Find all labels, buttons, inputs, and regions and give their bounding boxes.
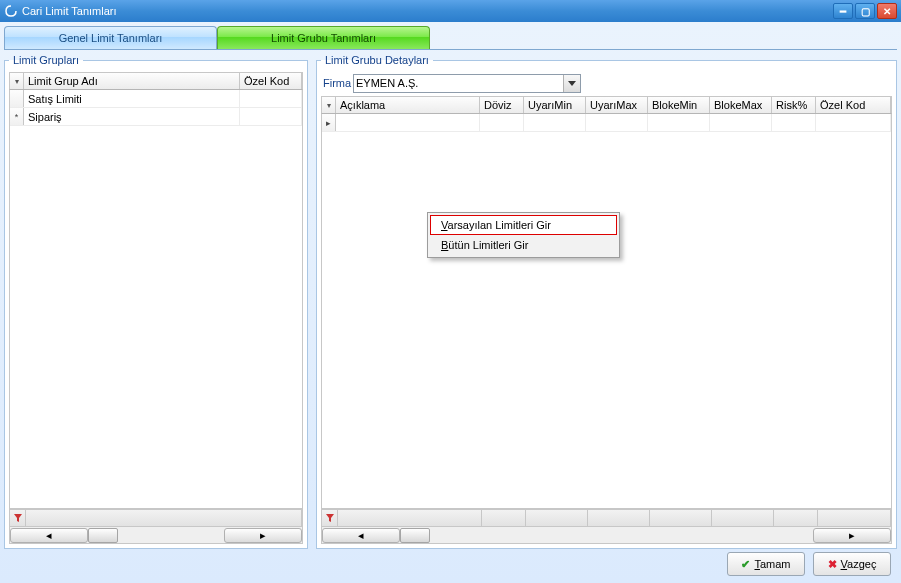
left-grid-body[interactable]: Satış Limiti * Sipariş <box>9 90 303 509</box>
firm-value: EYMEN A.Ş. <box>356 77 418 89</box>
status-cell <box>774 510 818 526</box>
window-title: Cari Limit Tanımları <box>22 5 833 17</box>
table-row[interactable]: * Sipariş <box>10 108 302 126</box>
status-cell <box>650 510 712 526</box>
status-cell <box>712 510 774 526</box>
left-status-strip <box>9 509 303 527</box>
col-blokemax[interactable]: BlokeMax <box>710 97 772 113</box>
limit-groups-title: Limit Grupları <box>9 54 83 66</box>
col-risk[interactable]: Risk% <box>772 97 816 113</box>
right-hscroll[interactable]: ◂ ▸ <box>321 527 892 544</box>
limit-group-details-title: Limit Grubu Detayları <box>321 54 433 66</box>
left-grid-gutter-header[interactable]: ▾ <box>10 73 24 89</box>
col-limit-group-name[interactable]: Limit Grup Adı <box>24 73 240 89</box>
menu-item-default-limits[interactable]: Varsayılan Limitleri Gir <box>430 215 617 235</box>
status-cell <box>26 510 302 526</box>
col-ozel-kod-right[interactable]: Özel Kod <box>816 97 891 113</box>
left-hscroll[interactable]: ◂ ▸ <box>9 527 303 544</box>
cell-blokemin[interactable] <box>648 114 710 131</box>
col-uyarimin[interactable]: UyarıMin <box>524 97 586 113</box>
firm-label: Firma <box>321 77 353 89</box>
status-cell <box>338 510 482 526</box>
close-icon: ✖ <box>828 558 837 571</box>
titlebar: Cari Limit Tanımları ━ ▢ ✕ <box>0 0 901 22</box>
scroll-right-button[interactable]: ▸ <box>224 528 302 543</box>
cell-group-name[interactable]: Sipariş <box>24 108 240 125</box>
cell-aciklama[interactable] <box>336 114 480 131</box>
cell-group-name[interactable]: Satış Limiti <box>24 90 240 107</box>
right-grid-gutter-header[interactable]: ▾ <box>322 97 336 113</box>
dropdown-icon[interactable] <box>563 75 580 92</box>
window-controls: ━ ▢ ✕ <box>833 3 897 19</box>
scroll-track[interactable] <box>88 528 224 543</box>
app-icon <box>4 4 18 18</box>
window-body: Genel Limit Tanımları Limit Grubu Tanıml… <box>0 22 901 583</box>
cancel-button[interactable]: ✖ Vazgeç <box>813 552 891 576</box>
right-status-strip <box>321 509 892 527</box>
maximize-button[interactable]: ▢ <box>855 3 875 19</box>
limit-groups-panel: Limit Grupları ▾ Limit Grup Adı Özel Kod… <box>4 54 308 549</box>
ok-button[interactable]: ✔ Tamam <box>727 552 805 576</box>
firm-row: Firma EYMEN A.Ş. <box>321 72 892 94</box>
content-row: Limit Grupları ▾ Limit Grup Adı Özel Kod… <box>4 54 897 549</box>
scroll-left-button[interactable]: ◂ <box>10 528 88 543</box>
filter-icon[interactable] <box>322 510 338 526</box>
right-grid-header: ▾ Açıklama Döviz UyarıMin UyarıMax Bloke… <box>321 96 892 114</box>
tab-general-limits[interactable]: Genel Limit Tanımları <box>4 26 217 49</box>
table-row[interactable]: ▸ <box>322 114 891 132</box>
context-menu: Varsayılan Limitleri Gir Bütün Limitleri… <box>427 212 620 258</box>
filter-icon[interactable] <box>10 510 26 526</box>
status-cell <box>588 510 650 526</box>
firm-select[interactable]: EYMEN A.Ş. <box>353 74 581 93</box>
scroll-thumb[interactable] <box>400 528 430 543</box>
row-indicator-current: ▸ <box>322 114 336 131</box>
tab-limit-groups[interactable]: Limit Grubu Tanımları <box>217 26 430 49</box>
menu-item-text: ütün Limitleri Gir <box>448 239 528 251</box>
col-uyarimax[interactable]: UyarıMax <box>586 97 648 113</box>
cell-ozelkod[interactable] <box>816 114 891 131</box>
col-ozel-kod-left[interactable]: Özel Kod <box>240 73 302 89</box>
cell-ozel-kod[interactable] <box>240 90 302 107</box>
tab-bar: Genel Limit Tanımları Limit Grubu Tanıml… <box>4 26 897 49</box>
footer: ✔ Tamam ✖ Vazgeç <box>4 549 897 579</box>
table-row[interactable]: Satış Limiti <box>10 90 302 108</box>
scroll-track[interactable] <box>400 528 813 543</box>
check-icon: ✔ <box>741 558 750 571</box>
cell-risk[interactable] <box>772 114 816 131</box>
menu-item-all-limits[interactable]: Bütün Limitleri Gir <box>430 235 617 255</box>
row-indicator: * <box>10 108 24 125</box>
status-cell <box>526 510 588 526</box>
col-blokemin[interactable]: BlokeMin <box>648 97 710 113</box>
col-doviz[interactable]: Döviz <box>480 97 524 113</box>
left-grid-header: ▾ Limit Grup Adı Özel Kod <box>9 72 303 90</box>
cell-doviz[interactable] <box>480 114 524 131</box>
minimize-button[interactable]: ━ <box>833 3 853 19</box>
scroll-thumb[interactable] <box>88 528 118 543</box>
right-grid-body[interactable]: ▸ Varsayılan Limitleri Gir <box>321 114 892 509</box>
cell-blokemax[interactable] <box>710 114 772 131</box>
row-indicator <box>10 90 24 107</box>
col-aciklama[interactable]: Açıklama <box>336 97 480 113</box>
scroll-left-button[interactable]: ◂ <box>322 528 400 543</box>
scroll-right-button[interactable]: ▸ <box>813 528 891 543</box>
close-button[interactable]: ✕ <box>877 3 897 19</box>
status-cell <box>818 510 891 526</box>
status-cell <box>482 510 526 526</box>
menu-item-text: arsayılan Limitleri Gir <box>448 219 551 231</box>
cell-ozel-kod[interactable] <box>240 108 302 125</box>
cell-uyarimax[interactable] <box>586 114 648 131</box>
cancel-label: azgeç <box>847 558 876 570</box>
cell-uyarimin[interactable] <box>524 114 586 131</box>
ok-label: amam <box>760 558 791 570</box>
limit-group-details-panel: Limit Grubu Detayları Firma EYMEN A.Ş. ▾… <box>316 54 897 549</box>
tab-underline <box>4 49 897 50</box>
